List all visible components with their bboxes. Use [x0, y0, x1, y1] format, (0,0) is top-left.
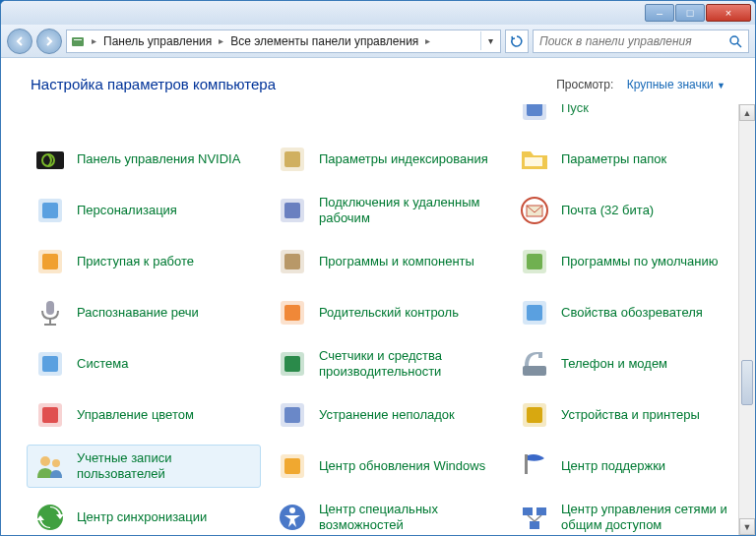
svg-rect-22 — [527, 254, 542, 269]
item-label: Счетчики и средства производительности — [319, 348, 496, 379]
control-panel-item[interactable]: Пуск — [511, 104, 745, 130]
action-icon — [518, 449, 551, 483]
item-label: Система — [77, 356, 128, 372]
folder-icon — [518, 143, 551, 176]
minimize-button[interactable]: – — [645, 4, 674, 22]
system-icon — [33, 347, 67, 381]
item-label: Учетные записи пользователей — [77, 450, 254, 481]
control-panel-item[interactable]: Устранение неполадок — [269, 393, 503, 437]
control-panel-item[interactable]: Распознавание речи — [27, 291, 261, 334]
control-panel-item[interactable]: Панель управления NVIDIA — [27, 138, 261, 181]
svg-rect-33 — [284, 356, 300, 372]
svg-line-53 — [535, 515, 541, 521]
control-panel-item[interactable]: Программы и компоненты — [269, 240, 503, 283]
svg-rect-38 — [284, 407, 300, 423]
control-panel-item[interactable]: Параметры индексирования — [269, 138, 503, 181]
scroll-thumb[interactable] — [741, 360, 753, 405]
scroll-down-button[interactable]: ▼ — [739, 518, 755, 535]
parental-icon — [276, 296, 309, 329]
control-panel-item[interactable]: Учетные записи пользователей — [27, 445, 261, 488]
control-panel-item[interactable]: Программы по умолчанию — [511, 240, 745, 283]
speech-icon — [33, 296, 67, 329]
control-panel-item[interactable]: Приступая к работе — [27, 240, 261, 283]
search-box[interactable] — [533, 30, 749, 53]
svg-line-3 — [737, 43, 741, 47]
item-label: Подключения к удаленным рабочим — [319, 195, 496, 225]
svg-rect-34 — [523, 366, 546, 376]
personalize-icon — [33, 194, 67, 227]
refresh-button[interactable] — [505, 30, 529, 53]
control-panel-item[interactable]: Подключения к удаленным рабочим — [269, 189, 503, 232]
ease-icon — [276, 501, 309, 534]
control-panel-item[interactable]: Центр поддержки — [511, 445, 745, 488]
control-panel-item[interactable]: Центр синхронизации — [27, 496, 261, 535]
control-panel-item[interactable]: Свойства обозревателя — [511, 291, 745, 334]
item-label: Телефон и модем — [561, 356, 667, 372]
navigation-bar: ▸ Панель управления ▸ Все элементы панел… — [1, 25, 755, 58]
svg-rect-29 — [527, 305, 542, 321]
svg-rect-44 — [284, 458, 300, 474]
vertical-scrollbar[interactable]: ▲ ▼ — [738, 104, 755, 535]
item-label: Центр поддержки — [561, 458, 665, 474]
maximize-button[interactable]: □ — [675, 4, 705, 22]
control-panel-item[interactable]: Счетчики и средства производительности — [269, 342, 503, 386]
items-scroll-area: ПускПанель управления NVIDIAПараметры ин… — [1, 104, 755, 535]
page-title: Настройка параметров компьютера — [31, 76, 276, 92]
back-button[interactable] — [7, 29, 32, 54]
close-button[interactable]: × — [706, 4, 751, 22]
getstarted-icon — [33, 245, 67, 278]
svg-rect-51 — [530, 521, 539, 529]
svg-rect-1 — [74, 39, 82, 40]
perf-icon — [276, 347, 309, 381]
item-label: Родительский контроль — [319, 305, 459, 321]
index-icon — [276, 143, 309, 176]
item-label: Параметры папок — [561, 151, 666, 167]
search-icon — [728, 34, 742, 48]
breadcrumb-dropdown[interactable]: ▾ — [480, 31, 500, 50]
control-panel-item[interactable]: Родительский контроль — [269, 291, 503, 334]
chevron-icon: ▸ — [216, 35, 226, 46]
item-label: Распознавание речи — [77, 305, 199, 321]
control-panel-item[interactable]: Система — [27, 342, 261, 386]
users-icon — [33, 449, 67, 483]
item-label: Приступая к работе — [77, 254, 194, 269]
programs-icon — [276, 245, 309, 278]
chevron-icon: ▸ — [422, 35, 433, 46]
breadcrumb-seg-2[interactable]: Все элементы панели управления — [226, 34, 422, 48]
item-label: Центр управления сетями и общим доступом — [561, 502, 738, 532]
svg-point-48 — [289, 507, 295, 513]
item-label: Почта (32 бита) — [561, 203, 654, 218]
control-panel-item[interactable]: Центр специальных возможностей — [269, 496, 503, 535]
control-panel-window: – □ × ▸ Панель управления ▸ Все элементы… — [0, 0, 756, 536]
control-panel-item[interactable]: Почта (32 бита) — [511, 189, 745, 232]
svg-rect-36 — [42, 407, 58, 423]
chevron-down-icon: ▼ — [717, 81, 725, 90]
svg-line-52 — [528, 515, 535, 521]
control-panel-item[interactable]: Центр обновления Windows — [269, 445, 503, 488]
svg-rect-5 — [527, 104, 542, 116]
svg-point-41 — [40, 456, 50, 466]
forward-button[interactable] — [36, 29, 62, 54]
control-panel-item[interactable]: Параметры папок — [511, 138, 745, 181]
item-label: Свойства обозревателя — [561, 305, 703, 321]
content-header: Настройка параметров компьютера Просмотр… — [1, 58, 755, 104]
start-icon — [518, 104, 551, 125]
breadcrumb-seg-1[interactable]: Панель управления — [99, 34, 216, 48]
svg-point-42 — [52, 459, 60, 467]
control-panel-item[interactable]: Устройства и принтеры — [511, 393, 745, 437]
nvidia-icon — [33, 143, 67, 176]
item-label: Центр синхронизации — [77, 509, 207, 525]
control-panel-item[interactable]: Управление цветом — [27, 393, 261, 437]
breadcrumb[interactable]: ▸ Панель управления ▸ Все элементы панел… — [66, 30, 501, 53]
svg-rect-27 — [284, 305, 300, 321]
scroll-up-button[interactable]: ▲ — [739, 104, 755, 121]
search-input[interactable] — [539, 34, 728, 48]
troubleshoot-icon — [276, 398, 309, 432]
item-label: Программы и компоненты — [319, 254, 474, 269]
control-panel-item[interactable]: Персонализация — [27, 189, 261, 232]
view-dropdown[interactable]: Крупные значки ▼ — [627, 78, 725, 91]
control-panel-item[interactable]: Телефон и модем — [511, 342, 745, 386]
control-panel-item[interactable]: Центр управления сетями и общим доступом — [511, 496, 745, 535]
view-label: Просмотр: — [556, 78, 613, 91]
item-label: Центр специальных возможностей — [319, 502, 496, 532]
